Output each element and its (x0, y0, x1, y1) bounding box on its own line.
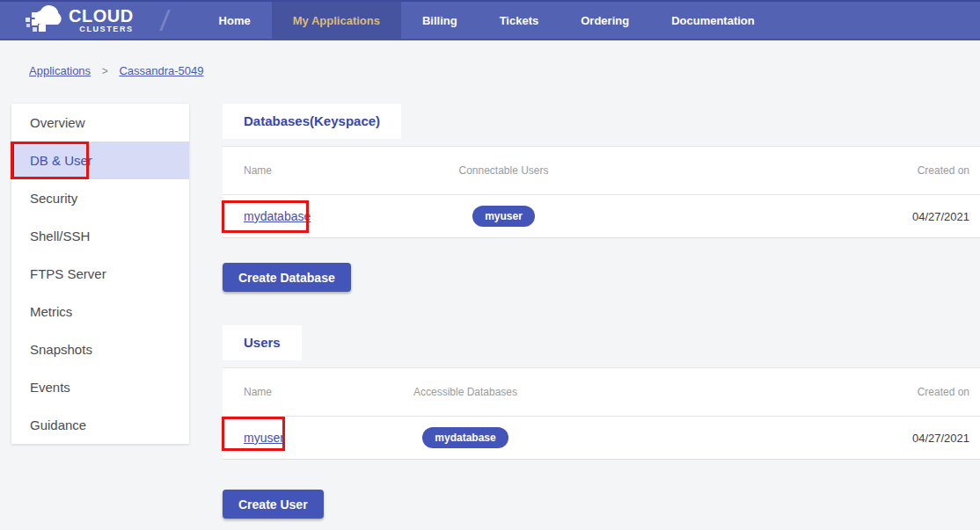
cloud-logo-icon (25, 5, 65, 35)
breadcrumb-applications[interactable]: Applications (29, 64, 91, 77)
slash-divider (159, 10, 171, 31)
sidebar-item-shell-ssh[interactable]: Shell/SSH (11, 217, 189, 255)
databases-section: Databases(Keyspace) Name Connectable Use… (223, 104, 980, 292)
column-header-name: Name (223, 164, 413, 177)
databases-table: Name Connectable Users Created on mydata… (223, 146, 980, 238)
content-area: Overview DB & User Security Shell/SSH FT… (0, 104, 980, 519)
mydatabase-badge: mydatabase (422, 427, 508, 448)
tab-users[interactable]: Users (223, 325, 302, 360)
column-header-connectable-users: Connectable Users (413, 164, 595, 177)
sidebar-item-db-user[interactable]: DB & User (11, 142, 189, 179)
databases-table-header: Name Connectable Users Created on (223, 147, 980, 195)
breadcrumb-cassandra-5049[interactable]: Cassandra-5049 (119, 64, 203, 77)
myuser-link[interactable]: myuser (244, 431, 284, 445)
sidebar-item-metrics[interactable]: Metrics (11, 293, 189, 330)
create-user-button[interactable]: Create User (223, 490, 324, 519)
table-row: myuser mydatabase 04/27/2021 (223, 417, 980, 459)
column-header-created-on: Created on (541, 386, 980, 398)
table-row: mydatabase myuser 04/27/2021 (223, 195, 980, 237)
brand-text: CLOUD CLUSTERS (69, 7, 134, 33)
nav-item-tickets[interactable]: Tickets (479, 2, 560, 39)
sidebar-item-ftps-server[interactable]: FTPS Server (11, 255, 189, 293)
users-table-header: Name Accessible Databases Created on (223, 368, 980, 417)
mydatabase-link[interactable]: mydatabase (244, 209, 311, 223)
column-header-name: Name (223, 386, 390, 398)
brand-logo[interactable]: CLOUD CLUSTERS (25, 5, 134, 35)
nav-item-billing[interactable]: Billing (401, 2, 479, 39)
sidebar-item-security[interactable]: Security (11, 179, 189, 217)
column-header-created-on: Created on (595, 164, 980, 177)
brand-line2: CLUSTERS (69, 25, 134, 33)
users-table: Name Accessible Databases Created on myu… (223, 367, 980, 460)
nav-item-home[interactable]: Home (198, 2, 272, 39)
sidebar-item-guidance[interactable]: Guidance (11, 406, 189, 444)
tab-databases-keyspace[interactable]: Databases(Keyspace) (223, 104, 401, 139)
sidebar: Overview DB & User Security Shell/SSH FT… (11, 104, 189, 444)
nav-item-documentation[interactable]: Documentation (650, 2, 776, 39)
sidebar-item-overview[interactable]: Overview (11, 104, 189, 142)
sidebar-item-snapshots[interactable]: Snapshots (11, 330, 189, 368)
main-content: Databases(Keyspace) Name Connectable Use… (223, 104, 980, 519)
create-database-button[interactable]: Create Database (223, 263, 351, 292)
user-created-date: 04/27/2021 (912, 432, 969, 445)
top-navbar: CLOUD CLUSTERS Home My Applications Bill… (0, 0, 980, 40)
nav-menu: Home My Applications Billing Tickets Ord… (198, 2, 776, 39)
breadcrumb-separator: > (102, 65, 108, 77)
column-header-accessible-databases: Accessible Databases (390, 386, 541, 398)
myuser-badge: myuser (472, 206, 535, 227)
database-created-date: 04/27/2021 (912, 210, 969, 223)
users-section: Users Name Accessible Databases Created … (223, 325, 980, 519)
nav-item-my-applications[interactable]: My Applications (272, 2, 401, 39)
brand-line1: CLOUD (69, 7, 134, 25)
breadcrumb: Applications > Cassandra-5049 (0, 40, 980, 104)
nav-item-ordering[interactable]: Ordering (559, 2, 650, 39)
sidebar-item-events[interactable]: Events (11, 368, 189, 406)
